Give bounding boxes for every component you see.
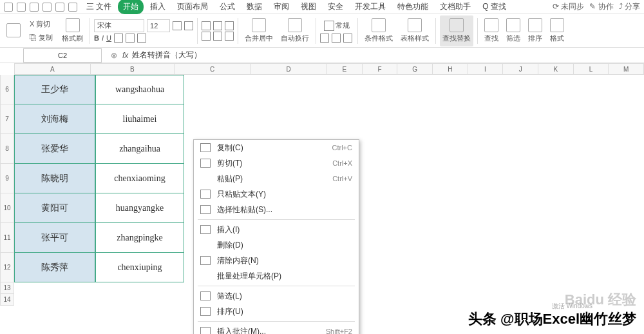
ctx-item[interactable]: 删除(D) <box>194 237 359 253</box>
find-replace-icon[interactable] <box>450 18 464 32</box>
merge-icon[interactable] <box>252 18 266 32</box>
cell-name[interactable]: 张爱华 <box>14 134 95 164</box>
col-header[interactable]: D <box>251 63 327 75</box>
ctx-item[interactable]: 排序(U) <box>194 304 359 319</box>
cond-fmt-label[interactable]: 条件格式 <box>365 34 393 43</box>
cell-pinyin[interactable]: wangshaohua <box>95 75 184 104</box>
merge-label[interactable]: 合并居中 <box>245 34 273 43</box>
fill-color-icon[interactable] <box>126 34 135 43</box>
formula-content[interactable]: 姓名转拼音（大写） <box>132 50 202 61</box>
qa-icon[interactable] <box>68 3 77 12</box>
font-color-icon[interactable] <box>137 34 146 43</box>
percent-icon[interactable] <box>332 34 341 43</box>
menu-search[interactable]: Q 查找 <box>477 0 511 14</box>
menu-dochelper[interactable]: 文档助手 <box>435 0 476 14</box>
col-header[interactable]: J <box>503 63 538 75</box>
numfmt-label[interactable]: 常规 <box>336 21 350 30</box>
menu-formula[interactable]: 公式 <box>214 0 240 14</box>
col-header[interactable]: F <box>363 63 398 75</box>
ctx-item[interactable]: 批量处理单元格(P) <box>194 268 359 284</box>
menu-features[interactable]: 特色功能 <box>392 0 433 14</box>
ctx-item[interactable]: 选择性粘贴(S)... <box>194 202 359 217</box>
align-bot-icon[interactable] <box>225 21 234 30</box>
sum-label[interactable]: 查找 <box>484 34 498 43</box>
numfmt-icon[interactable] <box>324 21 334 31</box>
cell-name[interactable]: 王少华 <box>14 75 95 104</box>
filter-label[interactable]: 筛选 <box>506 34 520 43</box>
paste-icon[interactable] <box>6 23 21 37</box>
fx-icon[interactable]: fx <box>122 51 128 60</box>
bold-button[interactable]: B <box>94 34 99 42</box>
cut-button[interactable]: X 剪切 <box>26 18 57 30</box>
border-icon[interactable] <box>114 34 123 43</box>
copy-button[interactable]: ⿻ 复制 <box>26 32 57 44</box>
share-button[interactable]: ⤴ 分享 <box>619 1 640 12</box>
cond-fmt-icon[interactable] <box>372 18 386 32</box>
sync-status[interactable]: ⟳ 未同步 <box>553 1 584 12</box>
row-header[interactable]: 12 <box>0 253 14 282</box>
format-label[interactable]: 格式 <box>550 34 564 43</box>
name-box[interactable]: C2 <box>23 48 102 63</box>
cell-name[interactable]: 陈秀萍 <box>14 253 95 282</box>
cell-pinyin[interactable]: chenxiaoming <box>95 164 184 193</box>
col-header[interactable]: L <box>574 63 609 75</box>
row-header[interactable]: 6 <box>0 75 14 104</box>
sort-label[interactable]: 排序 <box>528 34 542 43</box>
row-header[interactable]: 13 <box>0 282 14 294</box>
font-size-select[interactable]: 12 <box>147 19 170 32</box>
menu-file[interactable]: 三 文件 <box>81 0 117 14</box>
row-header[interactable]: 8 <box>0 134 14 164</box>
menu-insert[interactable]: 插入 <box>145 0 171 14</box>
cell-name[interactable]: 黄阳可 <box>14 193 95 223</box>
align-mid-icon[interactable] <box>213 21 222 30</box>
filter-icon[interactable] <box>506 18 520 32</box>
row-header[interactable]: 9 <box>0 164 14 193</box>
col-header[interactable]: M <box>609 63 644 75</box>
table-style-label[interactable]: 表格样式 <box>401 34 429 43</box>
col-header[interactable]: A <box>14 63 91 75</box>
menu-devtools[interactable]: 开发工具 <box>350 0 391 14</box>
wrap-label[interactable]: 自动换行 <box>281 34 309 43</box>
italic-button[interactable]: I <box>102 34 104 42</box>
ctx-item[interactable]: 粘贴(P)Ctrl+V <box>194 171 359 186</box>
align-top-icon[interactable] <box>202 21 211 30</box>
ctx-item[interactable]: 只粘贴文本(Y) <box>194 186 359 202</box>
ctx-item[interactable]: 清除内容(N) <box>194 253 359 268</box>
ctx-item[interactable]: 插入(I) <box>194 222 359 237</box>
increase-font-icon[interactable] <box>173 21 182 30</box>
table-style-icon[interactable] <box>408 18 422 32</box>
cell-pinyin[interactable]: zhangpingke <box>95 223 184 253</box>
cell-name[interactable]: 张平可 <box>14 223 95 253</box>
cell-pinyin[interactable]: zhangaihua <box>95 134 184 164</box>
ctx-item[interactable]: 插入批注(M)...Shift+F2 <box>194 324 359 334</box>
row-header[interactable]: 7 <box>0 104 14 134</box>
cell-pinyin[interactable]: huangyangke <box>95 193 184 223</box>
sum-icon[interactable] <box>484 18 498 32</box>
cell-name[interactable]: 陈晓明 <box>14 164 95 193</box>
wrap-icon[interactable] <box>288 18 302 32</box>
cell-pinyin[interactable]: liuhaimei <box>95 104 184 134</box>
find-replace-label[interactable]: 查找替换 <box>442 34 471 43</box>
align-center-icon[interactable] <box>213 32 222 41</box>
qa-icon[interactable] <box>4 3 13 12</box>
menu-data[interactable]: 数据 <box>242 0 267 14</box>
spreadsheet-grid[interactable]: ABCDEFGHIJKLM 67891011121314 王少华wangshao… <box>0 63 644 334</box>
qa-icon[interactable] <box>30 3 39 12</box>
menu-review[interactable]: 审阅 <box>269 0 294 14</box>
col-header[interactable]: E <box>327 63 363 75</box>
underline-button[interactable]: U <box>106 34 111 42</box>
col-header[interactable]: I <box>468 63 504 75</box>
align-right-icon[interactable] <box>225 32 234 41</box>
decrease-font-icon[interactable] <box>184 21 193 30</box>
menu-home[interactable]: 开始 <box>118 0 144 14</box>
format-icon[interactable] <box>550 18 564 32</box>
cell-name[interactable]: 刘海梅 <box>14 104 95 134</box>
menu-page-layout[interactable]: 页面布局 <box>172 0 213 14</box>
qa-icon[interactable] <box>55 3 64 12</box>
menu-security[interactable]: 安全 <box>323 0 348 14</box>
col-header[interactable]: C <box>175 63 251 75</box>
ctx-item[interactable]: 剪切(T)Ctrl+X <box>194 155 359 171</box>
currency-icon[interactable] <box>320 34 329 43</box>
row-header[interactable]: 10 <box>0 193 14 223</box>
cancel-fx-icon[interactable]: ⊗ <box>111 51 117 60</box>
